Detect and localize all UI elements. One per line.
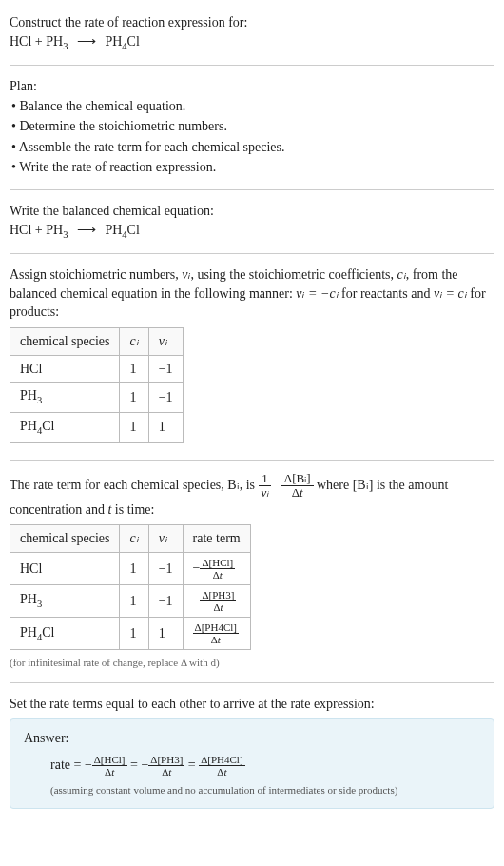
col-ci: cᵢ [120, 525, 148, 553]
table-row: PH4Cl 1 1 Δ[PH4Cl]Δt [10, 618, 251, 650]
relation: νᵢ = cᵢ [434, 286, 467, 301]
symbol-c-i: cᵢ [397, 267, 406, 282]
fraction: 1νᵢ [259, 472, 272, 501]
rateterm-text: The rate term for each chemical species,… [10, 472, 494, 519]
species-ph3: PH3 [46, 223, 68, 237]
fraction: Δ[PH4Cl]Δt [193, 621, 239, 645]
text: The rate term for each chemical species, [10, 478, 227, 492]
cell-species: PH3 [10, 383, 120, 412]
balanced-section: Write the balanced chemical equation: HC… [10, 196, 494, 247]
fraction: Δ[PH3]Δt [200, 589, 236, 613]
cell-species: HCl [10, 355, 120, 383]
col-species: chemical species [10, 525, 120, 553]
numerator: Δ[HCl] [200, 557, 235, 569]
cell-ci: 1 [120, 412, 148, 442]
species-ph4cl: PH4Cl [105, 223, 139, 237]
final-heading: Set the rate terms equal to each other t… [10, 695, 494, 714]
col-nui: νᵢ [148, 327, 183, 355]
rate-label: rate = [50, 758, 85, 772]
fraction: Δ[PH4Cl]Δt [199, 754, 244, 777]
denominator: Δt [200, 569, 235, 581]
denominator: νᵢ [259, 486, 272, 500]
divider [10, 682, 494, 683]
prompt-title: Construct the rate of reaction expressio… [10, 13, 494, 32]
rate-expression: rate = −Δ[HCl]Δt = −Δ[PH3]Δt = Δ[PH4Cl]Δ… [24, 754, 480, 777]
cell-ci: 1 [120, 618, 148, 650]
cell-species: PH4Cl [10, 412, 120, 442]
cell-nui: −1 [148, 585, 183, 618]
neg-sign: − [85, 758, 92, 772]
text: for reactants and [339, 286, 434, 301]
divider [10, 65, 494, 66]
cell-species: PH4Cl [10, 618, 120, 650]
cell-ci: 1 [120, 552, 148, 584]
stoich-table: chemical species cᵢ νᵢ HCl 1 −1 PH3 1 −1… [10, 327, 184, 443]
species-hcl: HCl [10, 223, 31, 237]
neg-sign: − [193, 593, 201, 607]
text: , using the stoichiometric coefficients, [190, 267, 397, 282]
cell-rate: −Δ[HCl]Δt [183, 552, 250, 584]
cell-nui: −1 [148, 552, 183, 584]
table-row: PH3 1 −1 [10, 383, 184, 412]
stoich-section: Assign stoichiometric numbers, νᵢ, using… [10, 260, 494, 454]
prompt-section: Construct the rate of reaction expressio… [10, 8, 494, 59]
rateterm-table: chemical species cᵢ νᵢ rate term HCl 1 −… [10, 524, 251, 650]
plan-heading: Plan: [10, 77, 494, 96]
final-section: Set the rate terms equal to each other t… [10, 689, 494, 815]
cell-ci: 1 [120, 355, 148, 383]
text: Assign stoichiometric numbers, [10, 267, 182, 282]
col-species: chemical species [10, 327, 120, 355]
balanced-equation: HCl + PH3 ⟶ PH4Cl [10, 221, 494, 242]
denominator: Δt [148, 766, 184, 777]
relation: νᵢ = −cᵢ [296, 286, 338, 301]
plan-item: • Balance the chemical equation. [11, 96, 494, 117]
divider [10, 460, 494, 461]
table-row: PH4Cl 1 1 [10, 412, 184, 442]
reaction-arrow-icon: ⟶ [71, 221, 102, 240]
fraction: Δ[PH3]Δt [148, 754, 184, 777]
species-ph4cl: PH4Cl [105, 34, 139, 49]
rateterm-section: The rate term for each chemical species,… [10, 466, 494, 677]
numerator: Δ[HCl] [92, 754, 127, 766]
denominator: Δt [92, 766, 127, 777]
text: , is [240, 478, 259, 492]
answer-note: (assuming constant volume and no accumul… [24, 783, 480, 797]
col-ci: cᵢ [120, 327, 148, 355]
divider [10, 189, 494, 190]
denominator: Δt [199, 766, 244, 777]
numerator: Δ[PH3] [200, 589, 236, 601]
cell-nui: 1 [148, 412, 183, 442]
equals: = [130, 758, 141, 772]
cell-nui: 1 [148, 618, 183, 650]
answer-label: Answer: [24, 729, 480, 748]
cell-nui: −1 [148, 355, 183, 383]
plan-section: Plan: • Balance the chemical equation. •… [10, 71, 494, 184]
fraction: Δ[HCl]Δt [92, 754, 127, 777]
cell-rate: Δ[PH4Cl]Δt [183, 618, 250, 650]
rateterm-footnote: (for infinitesimal rate of change, repla… [10, 656, 494, 670]
plan-item: • Assemble the rate term for each chemic… [11, 137, 494, 158]
fraction: Δ[Bᵢ]Δt [281, 472, 314, 501]
table-row: HCl 1 −1 −Δ[HCl]Δt [10, 552, 251, 584]
plan-list: • Balance the chemical equation. • Deter… [10, 96, 494, 178]
cell-ci: 1 [120, 383, 148, 412]
col-nui: νᵢ [148, 525, 183, 553]
numerator: Δ[Bᵢ] [281, 472, 314, 486]
numerator: Δ[PH3] [148, 754, 184, 766]
denominator: Δt [200, 601, 236, 613]
cell-species: HCl [10, 552, 120, 584]
denominator: Δt [193, 634, 239, 645]
equals: = [188, 758, 199, 772]
symbol-bi: Bᵢ [227, 478, 239, 492]
plan-item: • Write the rate of reaction expression. [11, 157, 494, 178]
numerator: Δ[PH4Cl] [193, 621, 239, 634]
species-hcl: HCl [10, 34, 31, 49]
answer-box: Answer: rate = −Δ[HCl]Δt = −Δ[PH3]Δt = Δ… [10, 718, 494, 808]
text: is time: [111, 502, 154, 517]
fraction: Δ[HCl]Δt [200, 557, 235, 581]
cell-ci: 1 [120, 585, 148, 618]
neg-sign: − [193, 561, 201, 575]
species-ph3: PH3 [46, 34, 68, 49]
table-row: PH3 1 −1 −Δ[PH3]Δt [10, 585, 251, 618]
stoich-text: Assign stoichiometric numbers, νᵢ, using… [10, 266, 494, 322]
